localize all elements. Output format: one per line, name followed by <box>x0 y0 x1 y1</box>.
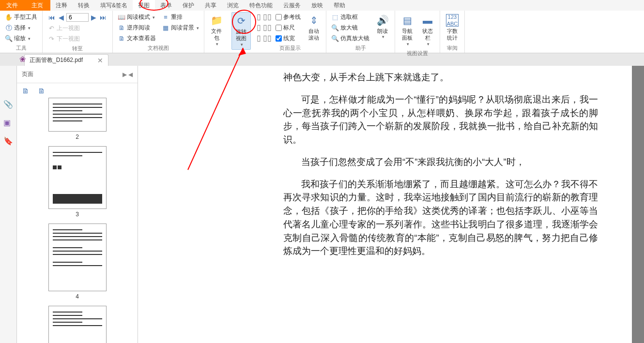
menu-help[interactable]: 帮助 <box>328 0 351 11</box>
first-page-button[interactable]: ⏮ <box>47 14 56 21</box>
thumb-tool1-icon[interactable]: 🗎 <box>22 87 29 95</box>
text-viewer-button[interactable]: 🗎文本查看器 <box>116 33 158 44</box>
doc-paragraph: 我和孩子们的关系渐渐地绷紧了，而且越绷越紧。这可怎么办？我不得不再次寻求知识的力… <box>283 178 598 258</box>
prev-view-button[interactable]: ↶上一视图 <box>46 23 109 33</box>
single-page-icon[interactable]: ▯ <box>257 12 261 21</box>
viewset-group-label: 视图设置 <box>398 49 437 58</box>
file-package-button[interactable]: 📁 文件 包 <box>207 12 226 49</box>
doc-paragraph: 可是，怎样做才能成为一个“懂行”的妈妈呢？从职场彻底退出来后，我一心一意抚养我的… <box>283 93 598 147</box>
layout4-icon[interactable]: ▯▯ <box>263 33 272 43</box>
read-bg-label: 阅读背景 <box>171 24 194 32</box>
read-aloud-button[interactable]: 🔊 朗读 <box>373 12 392 42</box>
auto-scroll-label2: 滚动 <box>308 34 319 41</box>
magnifier-icon: 🔍 <box>331 24 339 32</box>
layers-icon[interactable]: ▣ <box>3 118 13 128</box>
ribbon-group-review: 123ABC 字数 统计 审阅 <box>440 11 465 53</box>
page-thumbnails[interactable]: 2 3 4 <box>17 98 138 343</box>
document-view-area[interactable]: 神色大变，从手术台上跳下来就逃走了。 可是，怎样做才能成为一个“懂行”的妈妈呢？… <box>138 66 644 343</box>
zoom-button[interactable]: 🔍缩放 <box>3 33 39 44</box>
status-bar-label2: 栏 <box>425 34 430 41</box>
thumb-label: 2 <box>36 134 118 140</box>
menu-view[interactable]: 视图 <box>133 0 155 11</box>
sim-magnifier-button[interactable]: 🔍仿真放大镜 <box>329 33 371 44</box>
next-page-button[interactable]: ▶ <box>90 14 97 21</box>
status-bar-button[interactable]: ▬ 状态 栏 <box>418 12 437 49</box>
select-button[interactable]: Ⓣ选择 <box>3 23 39 33</box>
thumb-tool2-icon[interactable]: 🗎 <box>38 87 45 95</box>
menu-file[interactable]: 文件 <box>0 0 24 11</box>
layout3-icon[interactable]: ▯▯ <box>263 23 272 32</box>
menu-protect[interactable]: 保护 <box>177 0 199 11</box>
read-bg-button[interactable]: ▦阅读背景 <box>160 23 201 33</box>
review-group-label: 审阅 <box>443 44 461 53</box>
bookmark-icon[interactable]: 🔖 <box>3 136 13 146</box>
docview-group-label: 文档视图 <box>116 44 201 53</box>
linewidth-checkbox[interactable]: 线宽 <box>274 33 303 44</box>
menu-form[interactable]: 表单 <box>155 0 177 11</box>
reverse-read-button[interactable]: 🗎逆序阅读 <box>116 23 158 33</box>
attachment-icon[interactable]: 📎 <box>3 100 13 109</box>
linewidth-label: 线宽 <box>283 34 295 43</box>
next-view-label: 下一视图 <box>57 35 80 43</box>
ruler-checkbox[interactable]: 标尺 <box>274 23 303 33</box>
facing-icon[interactable]: ▯ <box>257 33 261 43</box>
continuous-icon[interactable]: ▯ <box>257 23 261 32</box>
auto-scroll-icon: ⇕ <box>307 14 320 27</box>
document-page: 神色大变，从手术台上跳下来就逃走了。 可是，怎样做才能成为一个“懂行”的妈妈呢？… <box>138 66 632 343</box>
rotate-view-button[interactable]: ⟳ 旋转 视图 <box>231 12 251 50</box>
read-mode-button[interactable]: 📖阅读模式 <box>116 12 158 22</box>
auto-scroll-label1: 自动 <box>308 28 319 34</box>
menu-share[interactable]: 共享 <box>199 0 222 11</box>
magnifier-button[interactable]: 🔍放大镜 <box>329 23 371 33</box>
document-tab[interactable]: 正面管教_D1662.pdf ✕ <box>24 54 108 66</box>
magnifier-label: 放大镜 <box>340 24 358 32</box>
ribbon-group-viewset: ▤ 导航 面板 ▬ 状态 栏 视图设置 <box>395 11 440 53</box>
nav-panel-button[interactable]: ▤ 导航 面板 <box>398 12 416 49</box>
document-tab-bar: ❀ 正面管教_D1662.pdf ✕ <box>0 53 644 66</box>
last-page-button[interactable]: ⏭ <box>99 14 107 21</box>
read-bg-icon: ▦ <box>162 24 169 32</box>
menu-convert[interactable]: 转换 <box>73 0 95 11</box>
layout2-icon[interactable]: ▯▯ <box>263 12 272 21</box>
tab-close-button[interactable]: ✕ <box>97 57 103 64</box>
panel-collapse-button[interactable]: ▶ ◀ <box>123 71 133 78</box>
reverse-icon: 🗎 <box>118 24 125 32</box>
thumbnail-page-4[interactable]: 4 <box>36 224 118 300</box>
hand-tool-button[interactable]: ✋手型工具 <box>3 12 39 22</box>
zoom-icon: 🔍 <box>5 35 13 43</box>
menu-slideshow[interactable]: 放映 <box>306 0 328 11</box>
reverse-label: 逆序阅读 <box>127 24 150 32</box>
read-mode-label: 阅读模式 <box>127 13 150 21</box>
nav-panel-icon: ▤ <box>401 14 414 27</box>
status-bar-label1: 状态 <box>422 28 433 34</box>
read-aloud-label: 朗读 <box>377 28 388 34</box>
thumbnail-page-5[interactable] <box>36 306 118 343</box>
menu-special[interactable]: 特色功能 <box>244 0 278 11</box>
file-pkg-label1: 文件 <box>211 28 222 34</box>
page-number-input[interactable] <box>66 13 89 22</box>
next-view-icon: ↷ <box>47 35 55 43</box>
menu-annotate[interactable]: 注释 <box>50 0 73 11</box>
sim-magnifier-icon: 🔍 <box>331 35 339 43</box>
next-view-button[interactable]: ↷下一视图 <box>46 34 109 44</box>
select-box-button[interactable]: ⬚选取框 <box>329 12 371 22</box>
prev-page-button[interactable]: ◀ <box>58 14 65 21</box>
menu-browse[interactable]: 浏览 <box>222 0 244 11</box>
left-sidebar: 📎 ▣ 🔖 <box>0 66 17 343</box>
status-bar-icon: ▬ <box>421 14 434 27</box>
auto-scroll-button[interactable]: ⇕ 自动 滚动 <box>305 12 323 44</box>
word-count-button[interactable]: 123ABC 字数 统计 <box>443 12 461 44</box>
assist-group-label: 助手 <box>329 44 392 53</box>
thumbnail-page-3[interactable]: 3 <box>36 146 118 218</box>
menu-cloud[interactable]: 云服务 <box>278 0 306 11</box>
menu-home[interactable]: 主页 <box>24 0 50 11</box>
reflow-label: 重排 <box>171 13 183 21</box>
thumbnail-page-2[interactable]: 2 <box>36 98 118 140</box>
menu-fillsign[interactable]: 填写&签名 <box>95 0 133 11</box>
tab-home-icon[interactable]: ❀ <box>19 55 28 63</box>
reflow-icon: ≡ <box>162 14 169 21</box>
nav-group-label: 转至 <box>46 44 109 53</box>
file-package-icon: 📁 <box>210 14 223 27</box>
reflow-button[interactable]: ≡重排 <box>160 12 201 22</box>
guides-checkbox[interactable]: 参考线 <box>274 12 303 22</box>
